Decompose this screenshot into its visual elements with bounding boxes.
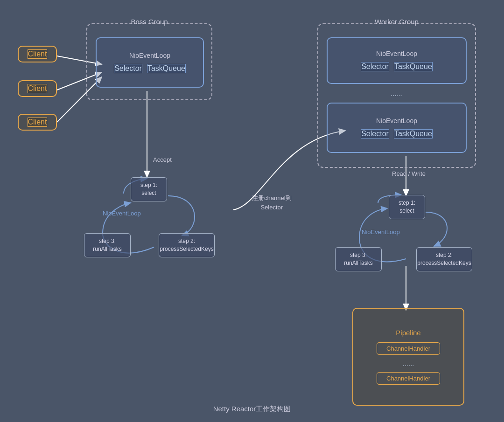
accept-label: Accept [153,156,172,163]
register-label: 注册channel到 Selector [252,194,292,212]
worker-step3-box: step 3:runAllTasks [335,247,382,271]
client-2-label: Client [28,84,48,93]
worker-group-title: Worker Group [375,18,419,26]
pipeline-handler1: ChannelHandler [377,342,440,355]
worker-nioeventloop-box-2: NioEventLoop Selector TaskQueue [327,103,467,153]
worker-selector-tag-1: Selector [361,62,389,71]
client-1: Client [18,46,57,62]
boss-group-box: Boss Group NioEventLoop Selector TaskQue… [86,23,212,100]
diagram-caption: Netty Reactor工作架构图 [213,405,291,414]
readwrite-label: Read / Write [392,170,426,177]
pipeline-box: Pipeline ChannelHandler ...... ChannelHa… [352,308,464,406]
boss-loop-label: NioEventLoop [103,210,141,217]
client-3: Client [18,114,57,131]
boss-step3-box: step 3:runAllTasks [84,233,131,257]
boss-group-title: Boss Group [131,18,168,26]
worker-nioeventloop-box-1: NioEventLoop Selector TaskQueue [327,37,467,84]
client-1-label: Client [28,49,48,59]
boss-step2-box: step 2:processSelectedKeys [159,233,215,257]
boss-taskqueue-tag: TaskQueue [147,64,186,73]
pipeline-title: Pipeline [396,329,420,337]
worker-step1-box: step 1:select [389,195,425,219]
client-3-label: Client [28,118,48,127]
worker-nio-title-2: NioEventLoop [376,117,417,125]
worker-selector-tag-2: Selector [361,129,389,138]
client-2: Client [18,80,57,97]
boss-selector-tag: Selector [114,64,142,73]
worker-step2-box: step 2:processSelectedKeys [416,247,472,271]
worker-ellipsis: ...... [391,90,403,98]
worker-group-box: Worker Group NioEventLoop Selector TaskQ… [317,23,476,168]
worker-taskqueue-tag-2: TaskQueue [394,129,433,138]
boss-nioeventloop-box: NioEventLoop Selector TaskQueue [96,37,204,88]
worker-nio-title-1: NioEventLoop [376,50,417,57]
boss-step1-box: step 1:select [131,177,167,201]
boss-nio-title: NioEventLoop [129,52,170,59]
pipeline-ellipsis: ...... [402,360,414,367]
worker-loop-label: NioEventLoop [362,228,400,235]
worker-taskqueue-tag-1: TaskQueue [394,62,433,71]
diagram: Client Client Client Boss Group NioEvent… [0,0,504,422]
pipeline-handler2: ChannelHandler [377,372,440,385]
